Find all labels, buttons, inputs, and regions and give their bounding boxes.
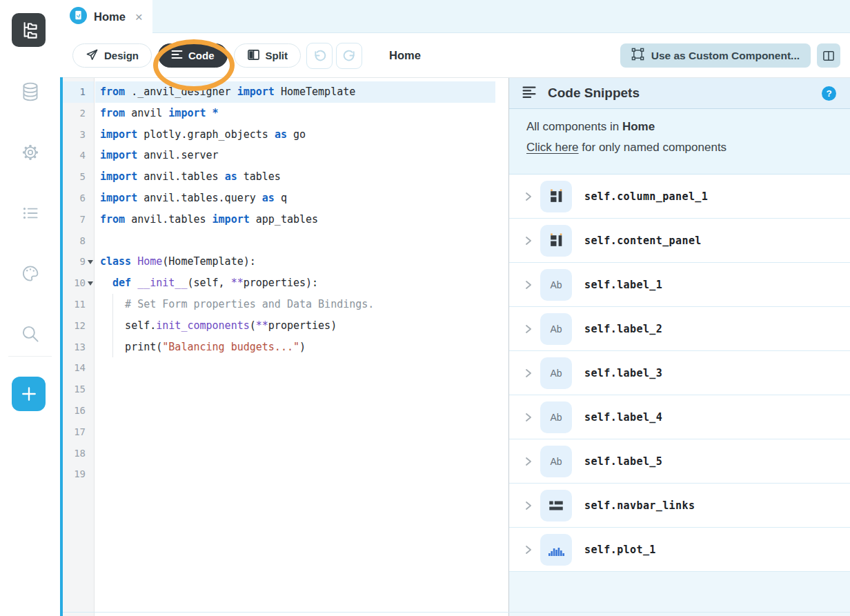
chevron-right-icon[interactable] — [523, 235, 534, 246]
code-token: (HomeTemplate): — [162, 255, 255, 268]
use-as-custom-component-button[interactable]: Use as Custom Component... — [620, 43, 811, 68]
code-token: import — [100, 192, 137, 204]
code-line[interactable]: # Set Form properties and Data Bindings. — [95, 294, 508, 315]
fold-caret-icon[interactable] — [88, 260, 93, 264]
list-icon[interactable] — [0, 192, 60, 234]
component-row[interactable]: Abself.label_4 — [509, 395, 850, 439]
code-line[interactable]: import anvil.server — [95, 145, 508, 166]
settings-gear-icon[interactable] — [0, 132, 60, 173]
chevron-right-icon[interactable] — [523, 191, 534, 202]
code-line[interactable] — [95, 443, 508, 464]
code-line[interactable] — [95, 464, 508, 485]
code-token: anvil.server — [137, 149, 218, 161]
component-row[interactable]: self.plot_1 — [509, 528, 850, 572]
code-line[interactable]: import anvil.tables as tables — [95, 166, 508, 188]
database-icon[interactable] — [0, 71, 60, 112]
component-name: self.label_1 — [584, 279, 662, 291]
design-button-label: Design — [104, 50, 139, 61]
form-file-icon — [70, 7, 87, 27]
theme-palette-icon[interactable] — [0, 252, 60, 294]
code-area[interactable]: from ._anvil_designer import HomeTemplat… — [95, 78, 508, 616]
chevron-right-icon[interactable] — [523, 544, 534, 555]
code-line[interactable]: def __init__(self, **properties): — [95, 272, 508, 294]
line-number: 13 — [63, 337, 94, 358]
app-logo-icon[interactable] — [12, 13, 46, 47]
code-button-label: Code — [188, 50, 215, 61]
code-line[interactable]: from ._anvil_designer import HomeTemplat… — [95, 81, 508, 103]
component-row[interactable]: Abself.label_2 — [509, 307, 850, 351]
code-token: __init__ — [137, 277, 187, 289]
view-switcher: Design Code Split — [72, 43, 301, 68]
component-row[interactable]: self.navbar_links — [509, 484, 850, 528]
component-row[interactable]: Abself.label_1 — [509, 263, 850, 307]
code-token: plotly.graph_objects — [137, 128, 275, 141]
line-number: 7 — [63, 209, 94, 230]
label-icon: Ab — [540, 357, 572, 389]
code-token: import — [237, 86, 275, 98]
code-token — [131, 277, 137, 289]
code-line[interactable]: import anvil.tables.query as q — [95, 188, 508, 209]
navbar-icon — [540, 490, 572, 521]
toolbar-right: Use as Custom Component... — [620, 43, 840, 68]
code-token: go — [287, 128, 306, 141]
line-number: 1 — [63, 81, 94, 103]
code-line[interactable] — [95, 357, 508, 379]
code-token: class — [100, 255, 131, 268]
help-icon[interactable]: ? — [822, 86, 836, 101]
search-icon[interactable] — [0, 313, 60, 355]
fold-caret-icon[interactable] — [88, 281, 93, 286]
component-row[interactable]: self.column_panel_1 — [509, 175, 850, 219]
add-icon[interactable] — [12, 377, 46, 411]
code-token: as — [275, 128, 287, 141]
design-button[interactable]: Design — [72, 43, 152, 68]
code-line[interactable] — [95, 379, 508, 400]
component-row[interactable]: Abself.label_3 — [509, 351, 850, 395]
bottom-divider — [63, 612, 850, 613]
split-button[interactable]: Split — [234, 43, 302, 68]
component-name: self.label_5 — [584, 455, 662, 468]
component-name: self.column_panel_1 — [584, 190, 708, 203]
code-line[interactable]: from anvil.tables import app_tables — [95, 209, 508, 230]
code-token: Home — [137, 255, 162, 268]
line-number: 6 — [63, 188, 94, 209]
close-icon[interactable]: × — [135, 10, 143, 23]
form-name: Home — [622, 120, 655, 133]
code-token — [206, 107, 212, 119]
chevron-right-icon[interactable] — [523, 324, 534, 335]
chevron-right-icon[interactable] — [523, 412, 534, 423]
component-row[interactable]: Abself.label_5 — [509, 439, 850, 484]
code-line[interactable] — [95, 230, 508, 252]
code-line[interactable] — [95, 400, 508, 421]
gutter: 12345678910111213141516171819 — [63, 78, 95, 616]
code-line[interactable]: class Home(HomeTemplate): — [95, 251, 508, 272]
code-snippets-header: Code Snippets ? — [509, 78, 850, 109]
form-title: Home — [350, 33, 460, 77]
code-button[interactable]: Code — [158, 43, 228, 68]
code-token: ** — [256, 319, 268, 332]
click-here-link[interactable]: Click here — [526, 141, 579, 154]
code-line[interactable] — [95, 421, 508, 443]
chevron-right-icon[interactable] — [523, 368, 534, 379]
tab-home[interactable]: Home × — [66, 0, 152, 33]
code-line[interactable]: from anvil import * — [95, 103, 508, 124]
line-number: 9 — [63, 251, 94, 272]
anvil-ide-window: Home × Design Code — [0, 0, 850, 616]
code-token: ** — [231, 277, 244, 289]
sidebar — [0, 0, 60, 616]
split-panel-icon — [822, 50, 835, 61]
code-line[interactable]: import plotly.graph_objects as go — [95, 124, 508, 146]
code-line[interactable]: self.init_components(**properties) — [95, 315, 508, 337]
code-token: app_tables — [250, 213, 318, 226]
panel-toggle-button[interactable] — [817, 43, 840, 68]
chevron-right-icon[interactable] — [523, 279, 534, 290]
component-row[interactable]: self.content_panel — [509, 219, 850, 263]
code-token: anvil — [125, 107, 168, 119]
chevron-right-icon[interactable] — [523, 500, 534, 511]
undo-button[interactable] — [306, 43, 333, 69]
chevron-right-icon[interactable] — [523, 456, 534, 467]
code-token: # Set Form properties and Data Bindings. — [100, 298, 374, 310]
line-number: 5 — [63, 166, 94, 188]
code-token: as — [225, 170, 237, 183]
code-editor[interactable]: 12345678910111213141516171819 from ._anv… — [63, 78, 508, 616]
code-line[interactable]: print("Balancing budgets...") — [95, 337, 508, 358]
